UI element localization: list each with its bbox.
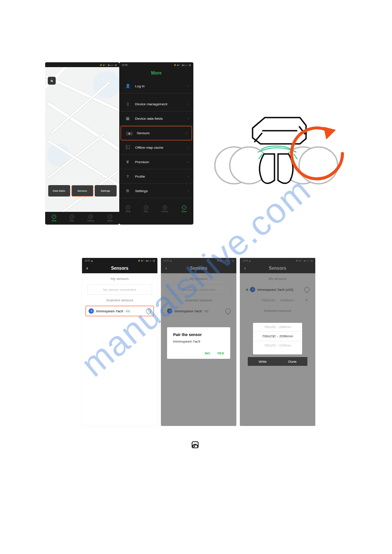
status-bar: 10:07 ◢ ⚡ ◀ ♡ ◑ ▸⊿ ⏦ ▮: [82, 258, 157, 263]
nav-ride[interactable]: ⦾Ride: [52, 214, 56, 222]
screenshot-more-menu: 15:08 ⚡ ◀ ♡ ◑ ▸⊿ ⏦ ▮ More 👤Log in› ▯Devi…: [119, 62, 193, 225]
nav-more[interactable]: ⋯More: [107, 214, 112, 222]
status-right: ⚡ ◀ ♡ ◑ ▸⊿ ⏦ ▮: [174, 64, 191, 66]
menu-fields[interactable]: ▦Device data fields›: [119, 111, 193, 126]
pair-dialog: Pair the sensor trimmspeed-7ac9 NO YES: [167, 327, 230, 359]
wheel-picker[interactable]: 700x20C - 2080mm 700x23C - 2096mm 700x25…: [253, 323, 302, 354]
nav-more-label: More: [182, 210, 186, 213]
status-bar: 15:08 ⚡ ◀ ♡ ◑ ▸⊿ ⏦ ▮: [119, 62, 193, 67]
scanned-sensor-row[interactable]: ⟡ trimmspeed-7ac9 -66: [86, 306, 154, 316]
status-left: 10:07 ◢: [85, 259, 93, 262]
menu-label: Profile: [135, 175, 145, 179]
figure-row-2: 10:07 ◢ ⚡ ◀ ♡ ◑ ▸⊿ ⏦ ▮ ‹ Sensors My sens…: [82, 258, 315, 426]
sensor-name: trimmspeed-7ac9: [96, 309, 123, 313]
status-left: 15:08: [122, 64, 128, 66]
nav-plan-label: Plan: [70, 219, 74, 222]
nav-history[interactable]: ↺History: [161, 205, 168, 213]
nav-ride[interactable]: ⦾Ride: [126, 205, 130, 213]
screenshot-sensors-scan: 10:07 ◢ ⚡ ◀ ♡ ◑ ▸⊿ ⏦ ▮ ‹ Sensors My sens…: [82, 258, 157, 426]
nav-ride-label: Ride: [126, 210, 130, 213]
menu-label: Premium: [135, 160, 149, 164]
picker-option[interactable]: 700x20C - 2080mm: [253, 323, 302, 331]
menu-label: Log in: [135, 84, 145, 88]
bluetooth-icon: ⟡: [89, 308, 94, 314]
nav-plan[interactable]: ↗Plan: [144, 205, 148, 213]
no-sensor-placeholder: No sensor connected: [87, 284, 152, 295]
screen-title: Sensors: [111, 266, 128, 271]
screenshot-sensors-pair: 10:07 ◢ ⚡ ◀ ♡ ◑ ▸⊿ ⏦ ▮ ‹ Sensors My sens…: [161, 258, 236, 426]
nav-more-label: More: [107, 219, 112, 222]
chevron-right-icon: ›: [188, 102, 189, 106]
menu-premium[interactable]: ♛Premium›: [119, 155, 193, 169]
status-right: ⚡ ◀ ♡ ◑ ▸⊿ ⏦ ▮: [138, 259, 155, 262]
menu-label: Device management: [135, 102, 167, 106]
nav-more[interactable]: ⋯More: [182, 205, 186, 213]
person-icon: 👤: [125, 83, 131, 89]
menu-profile[interactable]: ☥Profile›: [119, 169, 193, 184]
grid-icon: ▦: [125, 115, 131, 122]
sensor-icon: (◉): [126, 130, 132, 136]
gear-icon: ⚙: [125, 188, 131, 194]
status-right: ⚡ ◀ ♡ ◑ ▸⊿ ⏦ ▮: [100, 64, 117, 66]
chevron-right-icon: ›: [188, 146, 189, 150]
profile-icon: ☥: [125, 173, 131, 179]
dialog-subtitle: trimmspeed-7ac9: [173, 340, 224, 343]
chevron-right-icon: ›: [188, 84, 189, 88]
compass-button[interactable]: N: [48, 77, 56, 85]
sensor-rssi: -66: [125, 309, 130, 313]
menu-label: Device data fields: [135, 117, 163, 121]
nav-plan-label: Plan: [144, 210, 148, 213]
menu-device[interactable]: ▯Device management›: [119, 97, 193, 111]
mounting-illustration: [209, 108, 349, 194]
done-button[interactable]: Done: [278, 357, 307, 366]
bottom-nav: ⦾Ride ↗Plan ↺History ⋯More: [45, 212, 119, 224]
map-icon: ⿺: [125, 144, 131, 150]
screenshot-sensors-wheel: 10:08 ◢ ⚡ ◀ ♡ ◑ ▸⊿ ⏦ ▮ ‹ Sensors My sens…: [240, 258, 315, 426]
menu-settings[interactable]: ⚙Settings›: [119, 184, 193, 198]
picker-option-selected[interactable]: 700x23C - 2096mm: [253, 331, 302, 341]
menu-offline[interactable]: ⿺Offline map cache›: [119, 140, 193, 155]
speed-sensor-icon: [192, 441, 199, 448]
datafields-button[interactable]: Data fields: [48, 185, 70, 197]
menu-label: Settings: [135, 189, 148, 193]
nav-ride-label: Ride: [52, 219, 56, 222]
chevron-right-icon: ›: [188, 160, 189, 164]
menu-sensors[interactable]: (◉)Sensors›: [121, 126, 192, 140]
nav-history-label: History: [161, 210, 168, 213]
chevron-right-icon: ›: [188, 117, 189, 121]
screenshot-map: ⚡ ◀ ♡ ◑ ▸⊿ ⏦ ▮ N Data fields Sensors Set…: [45, 62, 119, 225]
bottom-nav: ⦾Ride ↗Plan ↺History ⋯More: [119, 203, 193, 215]
device-icon: ▯: [125, 101, 131, 107]
chevron-right-icon: ›: [188, 175, 189, 179]
settings-button[interactable]: Settings: [95, 185, 117, 197]
dialog-title: Pair the sensor: [173, 332, 224, 337]
status-bar: ⚡ ◀ ♡ ◑ ▸⊿ ⏦ ▮: [45, 62, 119, 67]
title-bar: ‹ Sensors: [82, 263, 157, 273]
sensors-button[interactable]: Sensors: [71, 185, 93, 197]
nav-history-label: History: [87, 219, 94, 222]
speed-sensor-icon: [145, 307, 153, 315]
dialog-yes-button[interactable]: YES: [217, 351, 224, 355]
more-title: More: [119, 67, 193, 79]
write-button[interactable]: Write: [248, 357, 278, 366]
chevron-right-icon: ›: [186, 131, 187, 135]
picker-actions: Write Done: [248, 357, 307, 366]
picker-option[interactable]: 700x25C - 2105mm: [253, 341, 302, 350]
nav-history[interactable]: ↺History: [87, 214, 94, 222]
dialog-no-button[interactable]: NO: [205, 351, 210, 355]
scanned-header: Scanned sensors: [82, 295, 157, 306]
chevron-right-icon: ›: [188, 189, 189, 193]
menu-login[interactable]: 👤Log in›: [119, 79, 193, 93]
figure-row-1: ⚡ ◀ ♡ ◑ ▸⊿ ⏦ ▮ N Data fields Sensors Set…: [45, 62, 352, 229]
nav-plan[interactable]: ↗Plan: [70, 214, 74, 222]
menu-label: Sensors: [137, 131, 150, 135]
my-sensors-header: My sensors: [82, 273, 157, 284]
map-quick-buttons: Data fields Sensors Settings: [47, 185, 118, 197]
crown-icon: ♛: [125, 159, 131, 165]
menu-label: Offline map cache: [135, 146, 163, 150]
back-button[interactable]: ‹: [86, 265, 88, 271]
map-view[interactable]: N Data fields Sensors Settings: [45, 67, 119, 212]
